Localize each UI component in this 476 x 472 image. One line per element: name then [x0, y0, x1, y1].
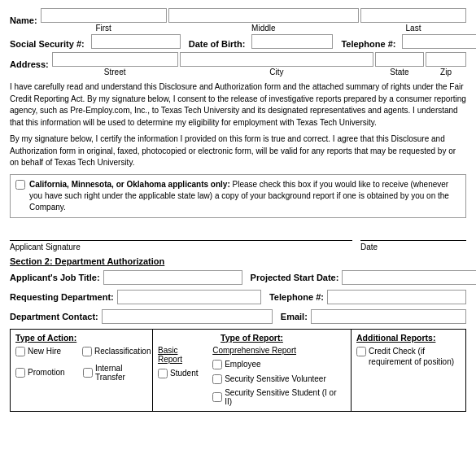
promotion-item: Promotion	[15, 364, 80, 382]
comprehensive-report-label: Comprehensive Report	[212, 346, 346, 355]
ssn-label: Social Security #:	[10, 39, 85, 49]
first-name-input[interactable]	[41, 8, 167, 23]
california-label: California, Minnesota, or Oklahoma appli…	[29, 180, 230, 189]
reclassification-checkbox[interactable]	[82, 347, 92, 356]
col-additional: Additional Reports: Credit Check (if req…	[352, 330, 465, 411]
security-volunteer-label: Security Sensitive Volunteer	[225, 374, 326, 383]
california-box: California, Minnesota, or Oklahoma appli…	[10, 174, 466, 218]
security-student-item: Security Sensitive Student (I or II)	[212, 388, 346, 406]
reclassification-label: Reclassification	[94, 347, 151, 356]
type-report-header: Type of Report:	[158, 333, 346, 343]
report-type-table: Type of Action: New Hire Reclassificatio…	[10, 329, 466, 412]
dob-label: Date of Birth:	[189, 39, 246, 49]
projected-start-label: Projected Start Date:	[251, 273, 339, 282]
city-input[interactable]	[180, 52, 373, 67]
new-hire-checkbox[interactable]	[15, 347, 25, 356]
basic-report-label: Basic Report	[158, 346, 204, 364]
state-input[interactable]	[375, 52, 424, 67]
disclosure-text-2: By my signature below, I certify the inf…	[10, 133, 466, 169]
new-hire-item: New Hire	[15, 346, 79, 356]
telephone-label: Telephone #:	[341, 39, 395, 49]
address-label: Address:	[10, 59, 49, 69]
basic-report-col: Basic Report Student	[158, 346, 204, 408]
california-checkbox[interactable]	[15, 180, 25, 190]
action-items: New Hire Reclassification Promotion Inte…	[15, 346, 147, 382]
col-action: Type of Action: New Hire Reclassificatio…	[11, 330, 153, 411]
email-input[interactable]	[311, 309, 466, 324]
security-student-checkbox[interactable]	[212, 392, 222, 402]
promotion-checkbox[interactable]	[15, 368, 25, 378]
additional-reports-header: Additional Reports:	[356, 333, 461, 343]
requesting-dept-input[interactable]	[117, 290, 261, 304]
reclassification-item: Reclassification	[82, 346, 147, 356]
action-pair-1: New Hire Reclassification	[15, 346, 147, 356]
security-volunteer-item: Security Sensitive Volunteer	[212, 374, 346, 384]
dept-contact-label: Department Contact:	[10, 312, 98, 321]
projected-start-input[interactable]	[342, 270, 476, 285]
dept-contact-input[interactable]	[102, 309, 273, 324]
security-student-label: Security Sensitive Student (I or II)	[225, 388, 346, 406]
employee-label: Employee	[225, 360, 260, 369]
type-action-header: Type of Action:	[15, 333, 147, 343]
student-item: Student	[158, 368, 204, 378]
applicant-sig-label: Applicant Signature	[10, 243, 352, 251]
security-volunteer-checkbox[interactable]	[212, 374, 222, 384]
section2-title: Section 2: Department Authorization	[10, 256, 466, 266]
telephone2-input[interactable]	[327, 290, 466, 304]
employee-item: Employee	[212, 359, 346, 369]
new-hire-label: New Hire	[28, 347, 61, 356]
internal-transfer-item: Internal Transfer	[83, 364, 147, 382]
promotion-label: Promotion	[28, 368, 65, 377]
action-pair-2: Promotion Internal Transfer	[15, 364, 147, 382]
first-sublabel: First	[41, 24, 167, 33]
credit-check-item: Credit Check (if requirement of position…	[356, 346, 461, 367]
city-sublabel: City	[180, 68, 373, 76]
telephone2-label: Telephone #:	[269, 292, 324, 302]
zip-sublabel: Zip	[426, 68, 466, 76]
job-title-label: Applicant's Job Title:	[10, 273, 100, 282]
last-name-input[interactable]	[360, 8, 466, 23]
job-title-input[interactable]	[103, 270, 242, 285]
telephone-input[interactable]	[402, 34, 476, 49]
street-input[interactable]	[52, 52, 178, 67]
street-sublabel: Street	[52, 68, 178, 76]
dob-input[interactable]	[251, 34, 333, 49]
date-label: Date	[360, 243, 466, 251]
zip-input[interactable]	[426, 52, 466, 67]
ssn-input[interactable]	[91, 34, 181, 49]
col-report: Type of Report: Basic Report Student Com…	[153, 330, 352, 411]
requesting-dept-label: Requesting Department:	[10, 292, 114, 302]
report-cols: Basic Report Student Comprehensive Repor…	[158, 346, 346, 408]
credit-check-label: Credit Check (if requirement of position…	[369, 346, 461, 367]
last-sublabel: Last	[360, 24, 466, 33]
internal-transfer-checkbox[interactable]	[83, 368, 93, 378]
applicant-signature-input[interactable]	[10, 223, 352, 241]
name-label: Name:	[10, 15, 37, 25]
email-label: Email:	[281, 312, 308, 321]
student-checkbox[interactable]	[158, 369, 168, 378]
state-sublabel: State	[375, 68, 424, 76]
student-label: Student	[170, 369, 198, 378]
disclosure-text-1: I have carefully read and understand thi…	[10, 81, 466, 129]
employee-checkbox[interactable]	[212, 360, 222, 369]
credit-check-checkbox[interactable]	[356, 347, 366, 356]
internal-transfer-label: Internal Transfer	[95, 364, 147, 382]
date-input[interactable]	[360, 223, 466, 241]
middle-name-input[interactable]	[168, 8, 359, 23]
comprehensive-report-col: Comprehensive Report Employee Security S…	[212, 346, 346, 408]
middle-sublabel: Middle	[168, 24, 359, 33]
